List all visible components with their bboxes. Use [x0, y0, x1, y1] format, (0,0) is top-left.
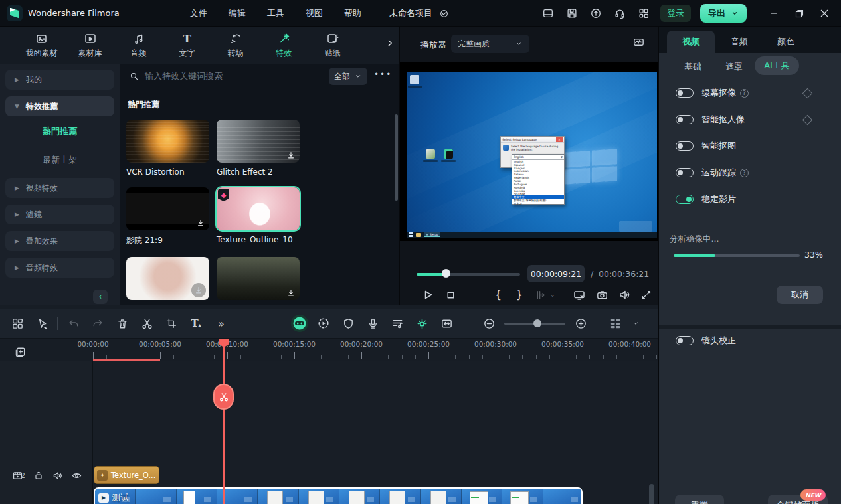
effect-clip[interactable]: ✦ Texture_O...: [94, 466, 159, 484]
camera-button[interactable]: [594, 287, 610, 303]
tabs-expand-chevron-icon[interactable]: [385, 39, 395, 48]
maximize-button[interactable]: [788, 3, 810, 23]
apps-icon[interactable]: [636, 6, 651, 21]
speaker-button[interactable]: [616, 287, 632, 303]
help-icon[interactable]: ?: [740, 169, 749, 177]
zoom-out-button[interactable]: [480, 314, 498, 333]
auto-split-button[interactable]: [413, 314, 431, 333]
expand-button[interactable]: [638, 287, 654, 303]
panel-tab-1[interactable]: 音频: [722, 31, 757, 53]
audio-list-button[interactable]: [388, 314, 407, 333]
scope-icon[interactable]: [632, 36, 645, 48]
track-manager-caret-icon[interactable]: [630, 314, 641, 333]
redo-button[interactable]: [88, 314, 107, 333]
track-manager-button[interactable]: [606, 314, 624, 333]
panel-tab-2[interactable]: 颜色: [769, 31, 803, 53]
ai-face-button[interactable]: [291, 315, 308, 332]
lock-icon[interactable]: [33, 470, 44, 481]
grid-button[interactable]: [8, 314, 27, 333]
effect-card[interactable]: [126, 257, 209, 300]
subtab[interactable]: 遮罩: [725, 61, 743, 73]
mic-button[interactable]: [363, 314, 382, 333]
shield-button[interactable]: [339, 314, 357, 333]
seek-bar[interactable]: [417, 273, 520, 276]
toggle-3[interactable]: [676, 168, 694, 177]
menubar-item[interactable]: 视图: [304, 5, 324, 22]
sidebar-subcategory[interactable]: 熱門推薦: [0, 126, 120, 137]
play-button[interactable]: [420, 287, 436, 303]
chevrons-button[interactable]: »: [211, 314, 230, 333]
crop-button[interactable]: [162, 314, 181, 333]
timeline-ruler[interactable]: 00:00:0000:00:05:0000:00:10:0000:00:15:0…: [76, 339, 658, 361]
panel-tab-0[interactable]: 视频: [667, 31, 715, 53]
menubar-item[interactable]: 文件: [189, 5, 209, 22]
eye-icon[interactable]: [71, 470, 82, 481]
support-icon[interactable]: [612, 6, 627, 21]
layout-icon[interactable]: [541, 6, 555, 21]
subtab-ai-tools[interactable]: AI工具: [755, 56, 799, 75]
menubar-item[interactable]: 编辑: [227, 5, 247, 22]
effect-card[interactable]: Glitch Effect 2: [217, 120, 300, 177]
sidebar-subcategory[interactable]: 最新上架: [0, 154, 120, 166]
timeline-scrollbar[interactable]: [649, 484, 654, 504]
volume-icon[interactable]: [52, 470, 63, 481]
quality-dropdown[interactable]: 完整画质: [451, 35, 529, 53]
video-clip[interactable]: ▶ 测试: [94, 487, 583, 504]
scissors-tool-button[interactable]: [138, 314, 156, 333]
toggle-1[interactable]: [676, 115, 694, 124]
lens-correction-toggle[interactable]: [676, 336, 694, 345]
render-preview-button[interactable]: [314, 314, 333, 333]
help-icon[interactable]: ?: [740, 89, 749, 98]
toggle-4[interactable]: [676, 195, 694, 204]
effects-scrollbar[interactable]: [395, 114, 398, 201]
minimize-button[interactable]: [763, 3, 785, 23]
reset-button[interactable]: 重置: [675, 495, 724, 504]
monitor-button[interactable]: [571, 287, 587, 303]
collapse-sidebar-button[interactable]: ‹: [93, 290, 108, 304]
sidebar-category[interactable]: ▶ 濾鏡: [5, 205, 114, 224]
trash-button[interactable]: [113, 314, 132, 333]
sidebar-category[interactable]: ▶ 視頻特效: [5, 178, 114, 198]
effect-card[interactable]: VCR Distortion: [126, 120, 209, 177]
media-tab-stock[interactable]: 素材库: [66, 31, 114, 59]
seek-handle[interactable]: [442, 269, 450, 278]
subtab[interactable]: 基础: [684, 61, 701, 73]
media-tab-sticker[interactable]: 贴纸: [308, 31, 357, 59]
effect-card[interactable]: [217, 257, 300, 300]
close-button[interactable]: [813, 3, 836, 23]
filter-dropdown[interactable]: 全部: [329, 68, 367, 85]
toggle-0[interactable]: [676, 88, 694, 98]
brace-open-button[interactable]: {: [490, 287, 506, 303]
sidebar-category[interactable]: ▶ 我的: [5, 70, 114, 90]
save-icon[interactable]: [565, 6, 579, 21]
sidebar-category[interactable]: ▼ 特效推薦: [5, 96, 114, 116]
media-tab-text[interactable]: T 文字: [163, 31, 211, 59]
effect-card[interactable]: ◆Texture_Outline_10: [217, 187, 300, 244]
split-scissors-button[interactable]: [213, 384, 234, 410]
toggle-2[interactable]: [676, 141, 694, 151]
brace-close-button[interactable]: }: [512, 287, 527, 303]
keyframe-diamond-icon[interactable]: [802, 114, 813, 125]
add-marker-button[interactable]: [11, 343, 29, 361]
menubar-item[interactable]: 工具: [266, 5, 286, 22]
undo-button[interactable]: [64, 314, 82, 333]
keyframe-diamond-icon[interactable]: [802, 88, 813, 98]
text-tool-button[interactable]: T▴: [187, 314, 205, 333]
cancel-button[interactable]: 取消: [777, 286, 823, 304]
effect-card[interactable]: 影院 21:9: [126, 187, 209, 246]
more-options-button[interactable]: •••: [374, 70, 392, 79]
menubar-item[interactable]: 帮助: [343, 5, 363, 22]
cursor-button[interactable]: [33, 314, 51, 333]
sidebar-category[interactable]: ▶ 音頻特效: [5, 258, 114, 278]
playhead[interactable]: [223, 339, 225, 504]
login-button[interactable]: 登录: [660, 5, 691, 22]
trim-button[interactable]: [533, 287, 549, 303]
publish-icon[interactable]: [589, 6, 603, 21]
media-tab-my-media[interactable]: 我的素材: [17, 31, 66, 59]
zoom-in-button[interactable]: [571, 314, 590, 333]
export-button[interactable]: 导出: [700, 4, 747, 23]
media-tab-audio[interactable]: 音频: [114, 31, 163, 59]
video-preview[interactable]: Select Setup Language✕ Select the langua…: [400, 62, 659, 241]
media-tab-effects[interactable]: 特效: [260, 31, 308, 59]
timeline-zoom-slider[interactable]: [504, 323, 565, 325]
